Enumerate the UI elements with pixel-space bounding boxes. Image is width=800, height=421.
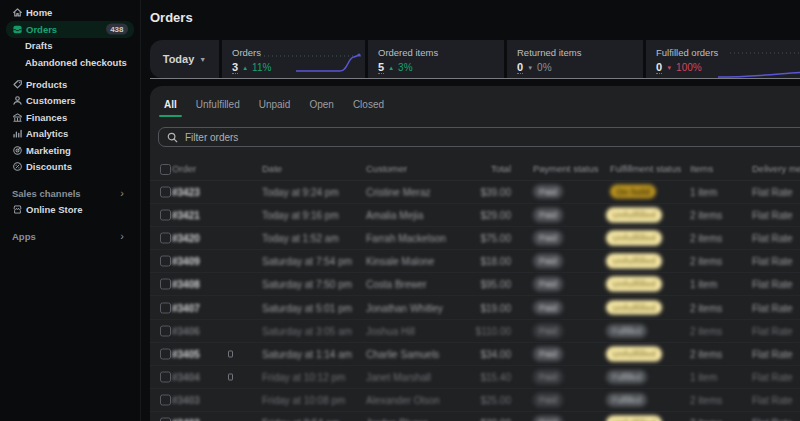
sidebar-item-abandoned-checkouts[interactable]: Abandoned checkouts bbox=[6, 54, 134, 71]
order-row[interactable]: #3421Today at 9:16 pmAmalia Mejia$29.00P… bbox=[150, 204, 800, 227]
fulfillment-status-pill: Unfulfilled bbox=[606, 207, 662, 222]
order-number[interactable]: #3403 bbox=[172, 395, 200, 406]
payment-status-badge: Paid bbox=[533, 231, 563, 246]
column-header-order[interactable]: Order bbox=[172, 163, 196, 174]
row-checkbox[interactable] bbox=[160, 325, 171, 336]
row-checkbox[interactable] bbox=[160, 279, 171, 290]
tab-unpaid[interactable]: Unpaid bbox=[251, 91, 299, 117]
order-items-count: 2 items bbox=[690, 348, 722, 359]
payment-status-pill: Paid bbox=[533, 277, 563, 292]
sidebar-section-sales-channels: Sales channels›Online Store bbox=[0, 185, 140, 218]
metric-value: 3 bbox=[232, 61, 238, 74]
sidebar: HomeOrders438DraftsAbandoned checkoutsPr… bbox=[0, 0, 141, 421]
order-row[interactable]: #3402Friday at 9:54 pmJordan Rivera$30.0… bbox=[150, 412, 800, 421]
tab-unfulfilled[interactable]: Unfulfilled bbox=[188, 91, 248, 117]
row-checkbox[interactable] bbox=[160, 186, 171, 197]
order-row[interactable]: #3403Friday at 10:08 pmAlexander Olson$2… bbox=[150, 389, 800, 412]
tab-open[interactable]: Open bbox=[301, 91, 341, 117]
order-items-count: 1 item bbox=[690, 279, 717, 290]
sidebar-item-drafts[interactable]: Drafts bbox=[6, 38, 134, 55]
order-total: $110.00 bbox=[466, 325, 511, 336]
row-checkbox[interactable] bbox=[160, 302, 171, 313]
metric-fulfilled-orders[interactable]: Fulfilled orders0▼100% bbox=[646, 40, 800, 78]
sidebar-section-header-sales-channels[interactable]: Sales channels› bbox=[0, 185, 140, 202]
order-number[interactable]: #3423 bbox=[172, 186, 200, 197]
order-number[interactable]: #3409 bbox=[172, 256, 200, 267]
page-title: Orders bbox=[150, 10, 193, 25]
order-row[interactable]: #3406Saturday at 3:05 amJoshua Hill$110.… bbox=[150, 320, 800, 343]
date-range-selector[interactable]: Today▼ bbox=[150, 40, 219, 78]
fulfillment-status-pill: Unfulfilled bbox=[606, 347, 662, 362]
sidebar-item-marketing[interactable]: Marketing bbox=[6, 142, 134, 159]
order-date: Saturday at 7:50 pm bbox=[262, 279, 352, 290]
metric-delta: 100% bbox=[676, 62, 702, 73]
column-header-fulfillment-status[interactable]: Fulfillment status bbox=[610, 163, 681, 174]
order-customer: Joshua Hill bbox=[366, 325, 415, 336]
order-row[interactable]: #3405Saturday at 1:14 amCharlie Samuels$… bbox=[150, 343, 800, 366]
column-header-customer[interactable]: Customer bbox=[366, 163, 407, 174]
select-all-checkbox[interactable] bbox=[160, 164, 171, 175]
order-number[interactable]: #3420 bbox=[172, 232, 200, 243]
filter-orders-input[interactable]: Filter orders bbox=[158, 127, 800, 147]
order-row[interactable]: #3423Today at 9:24 pmCristine Meraz$39.0… bbox=[150, 181, 800, 204]
order-items-count: 2 items bbox=[690, 395, 722, 406]
sidebar-item-discounts[interactable]: Discounts bbox=[6, 159, 134, 176]
sidebar-item-customers[interactable]: Customers bbox=[6, 93, 134, 110]
sidebar-item-products[interactable]: Products bbox=[6, 76, 134, 93]
row-checkbox[interactable] bbox=[160, 209, 171, 220]
order-date: Saturday at 1:14 am bbox=[262, 348, 352, 359]
tab-label: All bbox=[164, 99, 177, 110]
metric-ordered-items[interactable]: Ordered items5▲3% bbox=[368, 40, 504, 78]
order-number[interactable]: #3405 bbox=[172, 348, 200, 359]
column-header-date[interactable]: Date bbox=[262, 163, 282, 174]
fulfillment-status-badge: Fulfilled bbox=[606, 393, 647, 407]
sidebar-item-label: Drafts bbox=[25, 40, 52, 51]
order-number[interactable]: #3406 bbox=[172, 325, 200, 336]
table-body: #3423Today at 9:24 pmCristine Meraz$39.0… bbox=[150, 181, 800, 421]
sidebar-item-analytics[interactable]: Analytics bbox=[6, 126, 134, 143]
row-checkbox[interactable] bbox=[160, 395, 171, 406]
sidebar-section-label: Apps bbox=[12, 231, 36, 242]
row-checkbox[interactable] bbox=[160, 372, 171, 383]
sidebar-item-orders[interactable]: Orders438 bbox=[6, 21, 134, 38]
order-row[interactable]: #3409Saturday at 7:54 pmKinsale Malone$1… bbox=[150, 250, 800, 273]
sidebar-section-header-apps[interactable]: Apps› bbox=[0, 228, 140, 245]
payment-status-badge: Paid bbox=[533, 416, 563, 421]
chevron-right-icon: › bbox=[120, 187, 124, 199]
order-number[interactable]: #3407 bbox=[172, 302, 200, 313]
payment-status-badge: Paid bbox=[533, 184, 563, 199]
sidebar-item-online-store[interactable]: Online Store bbox=[6, 202, 134, 219]
order-number[interactable]: #3408 bbox=[172, 279, 200, 290]
payment-status-pill: Paid bbox=[533, 184, 563, 199]
order-total: $39.00 bbox=[466, 186, 511, 197]
column-header-items[interactable]: Items bbox=[690, 163, 713, 174]
row-checkbox[interactable] bbox=[160, 348, 171, 359]
order-number[interactable]: #3421 bbox=[172, 209, 200, 220]
order-delivery-method: Flat Rate bbox=[752, 209, 793, 220]
column-header-total[interactable]: Total bbox=[466, 163, 511, 174]
caret-down-icon: ▼ bbox=[199, 56, 206, 63]
tab-all[interactable]: All bbox=[156, 91, 185, 117]
order-row[interactable]: #3420Today at 1:52 amFarrah Mackelson$75… bbox=[150, 227, 800, 250]
order-note-icon bbox=[228, 374, 233, 381]
sidebar-item-finances[interactable]: Finances bbox=[6, 109, 134, 126]
order-row[interactable]: #3407Saturday at 5:01 pmJonathan Whitley… bbox=[150, 296, 800, 319]
order-number[interactable]: #3404 bbox=[172, 372, 200, 383]
tab-label: Unfulfilled bbox=[196, 99, 240, 110]
order-customer: Cristine Meraz bbox=[366, 186, 430, 197]
metric-orders[interactable]: Orders3▲11% bbox=[222, 40, 365, 78]
column-header-payment-status[interactable]: Payment status bbox=[533, 163, 598, 174]
order-total: $34.00 bbox=[466, 348, 511, 359]
sidebar-item-home[interactable]: Home bbox=[6, 5, 134, 22]
column-header-delivery-method[interactable]: Delivery method bbox=[752, 163, 800, 174]
order-date: Friday at 10:12 pm bbox=[262, 372, 345, 383]
order-row[interactable]: #3404Friday at 10:12 pmJanet Marshall$15… bbox=[150, 366, 800, 389]
discounts-icon bbox=[12, 161, 23, 172]
order-row[interactable]: #3408Saturday at 7:50 pmCosta Brewer$95.… bbox=[150, 273, 800, 296]
payment-status-pill: Paid bbox=[533, 393, 563, 408]
metric-returned-items[interactable]: Returned items0▼0% bbox=[507, 40, 643, 78]
tab-closed[interactable]: Closed bbox=[345, 91, 392, 117]
order-delivery-method: Flat Rate bbox=[752, 232, 793, 243]
row-checkbox[interactable] bbox=[160, 232, 171, 243]
row-checkbox[interactable] bbox=[160, 256, 171, 267]
